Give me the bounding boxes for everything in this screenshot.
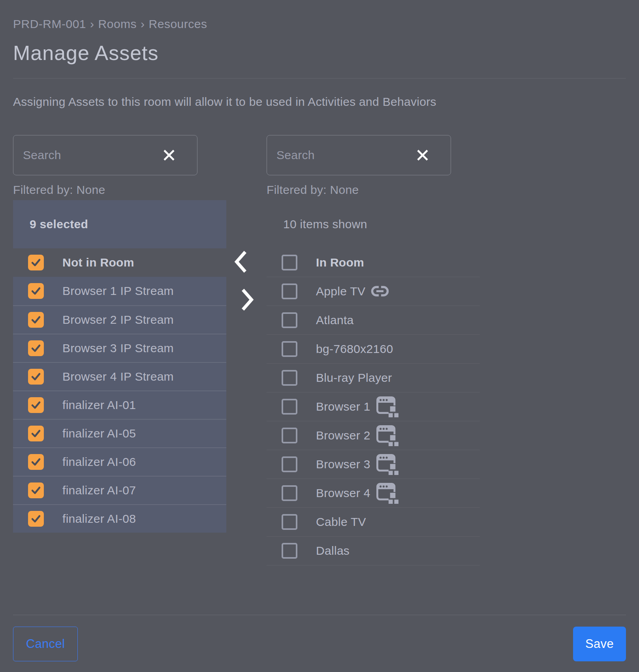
checkbox-checked[interactable]: [28, 426, 44, 441]
list-item[interactable]: Apple TV: [267, 277, 480, 306]
page-title: Manage Assets: [13, 41, 626, 65]
breadcrumb-separator: ›: [90, 17, 94, 30]
list-item[interactable]: bg-7680x2160: [267, 335, 480, 364]
list-item-label: Browser 4: [316, 486, 370, 500]
breadcrumb-separator: ›: [141, 17, 145, 30]
list-item[interactable]: Browser 3 IP Stream: [13, 334, 226, 362]
right-clear-search-button[interactable]: [415, 148, 430, 163]
right-search-input[interactable]: [267, 135, 470, 175]
page-subtitle: Assigning Assets to this room will allow…: [13, 95, 626, 109]
checkbox-unchecked[interactable]: [282, 399, 297, 415]
breadcrumb-item-resources[interactable]: Resources: [149, 17, 207, 30]
list-item[interactable]: Browser 2 IP Stream: [13, 305, 226, 334]
list-item[interactable]: Atlanta: [267, 306, 480, 335]
not-in-room-list: 9 selected Not in RoomBrowser 1 IP Strea…: [13, 200, 226, 533]
left-search-input[interactable]: [13, 135, 216, 175]
checkbox-checked[interactable]: [28, 454, 44, 470]
transfer-list-container: Filtered by: None 9 selected Not in Room…: [13, 135, 626, 565]
list-item-label: Browser 1 IP Stream: [62, 284, 174, 298]
not-in-room-panel: Filtered by: None 9 selected Not in Room…: [13, 135, 226, 533]
list-item-label: Browser 2 IP Stream: [62, 313, 174, 327]
list-item-label: Browser 3: [316, 458, 370, 471]
list-item-label: finalizer AI-01: [62, 398, 136, 412]
checkbox-unchecked[interactable]: [282, 428, 297, 443]
list-item-label: Browser 4 IP Stream: [62, 370, 174, 383]
move-right-button[interactable]: [241, 288, 254, 311]
checkbox-unchecked[interactable]: [282, 341, 297, 357]
list-item[interactable]: finalizer AI-01: [13, 390, 226, 419]
left-clear-search-button[interactable]: [162, 148, 177, 163]
list-item-label: Blu-ray Player: [316, 371, 392, 385]
not-in-room-rows: Not in RoomBrowser 1 IP StreamBrowser 2 …: [13, 248, 226, 533]
checkbox-checked[interactable]: [28, 340, 44, 356]
checkbox-checked[interactable]: [28, 369, 44, 385]
chevron-left-icon: [234, 268, 248, 274]
checkbox-checked[interactable]: [28, 397, 44, 413]
checkbox-checked[interactable]: [28, 312, 44, 328]
list-item[interactable]: Cable TV: [267, 508, 480, 537]
list-item[interactable]: Dallas: [267, 537, 480, 565]
footer-buttons: Cancel Save: [13, 627, 626, 661]
checkbox-checked[interactable]: [28, 283, 44, 299]
list-item[interactable]: Browser 3: [267, 450, 480, 479]
checkbox-unchecked[interactable]: [282, 312, 297, 328]
checkbox-checked[interactable]: [28, 482, 44, 498]
list-item[interactable]: finalizer AI-06: [13, 447, 226, 476]
left-filtered-by-label: Filtered by: None: [13, 183, 226, 197]
in-room-list: 10 items shown In RoomApple TVAtlantabg-…: [267, 200, 480, 565]
list-item-label: Not in Room: [62, 256, 134, 269]
breadcrumb-item-room-id[interactable]: PRD-RM-001: [13, 17, 86, 30]
move-left-button[interactable]: [234, 250, 248, 273]
list-item[interactable]: Browser 4: [267, 479, 480, 508]
list-item-label: finalizer AI-08: [62, 512, 136, 526]
list-item[interactable]: Browser 1 IP Stream: [13, 277, 226, 305]
right-filtered-by-label: Filtered by: None: [267, 183, 480, 197]
browser-window-icon: [376, 396, 399, 417]
list-item-label: finalizer AI-06: [62, 455, 136, 469]
footer: Cancel Save: [13, 615, 626, 661]
list-item[interactable]: finalizer AI-05: [13, 419, 226, 447]
checkbox-unchecked[interactable]: [282, 283, 297, 299]
list-item-label: Browser 2: [316, 429, 370, 442]
checkbox-unchecked[interactable]: [282, 370, 297, 386]
left-search-box: [13, 135, 197, 175]
in-room-panel: Filtered by: None 10 items shown In Room…: [267, 135, 480, 565]
selected-count-header: 9 selected: [13, 200, 226, 248]
breadcrumb: PRD-RM-001›Rooms›Resources: [13, 0, 626, 31]
list-item[interactable]: Browser 4 IP Stream: [13, 362, 226, 390]
list-item-label: Browser 3 IP Stream: [62, 342, 174, 355]
items-shown-header: 10 items shown: [267, 200, 480, 248]
checkbox-unchecked[interactable]: [282, 485, 297, 501]
list-item-label: finalizer AI-07: [62, 484, 136, 497]
checkbox-checked[interactable]: [28, 511, 44, 527]
list-item[interactable]: In Room: [267, 248, 480, 277]
cancel-button[interactable]: Cancel: [13, 627, 78, 661]
right-search-box: [267, 135, 451, 175]
browser-window-icon: [376, 425, 399, 446]
checkbox-unchecked[interactable]: [282, 514, 297, 530]
list-item[interactable]: Blu-ray Player: [267, 364, 480, 392]
list-item[interactable]: Not in Room: [13, 248, 226, 277]
list-item-label: Browser 1: [316, 400, 370, 413]
list-item[interactable]: Browser 2: [267, 421, 480, 450]
chevron-right-icon: [241, 306, 254, 312]
list-item[interactable]: Browser 1: [267, 392, 480, 421]
checkbox-unchecked[interactable]: [282, 255, 297, 270]
list-item-label: finalizer AI-05: [62, 427, 136, 440]
checkbox-unchecked[interactable]: [282, 456, 297, 472]
checkbox-unchecked[interactable]: [282, 543, 297, 559]
list-item-label: In Room: [316, 256, 364, 269]
breadcrumb-item-rooms[interactable]: Rooms: [98, 17, 137, 30]
list-item[interactable]: finalizer AI-08: [13, 504, 226, 533]
list-item-label: Dallas: [316, 544, 350, 557]
browser-window-icon: [376, 454, 399, 475]
in-room-rows: In RoomApple TVAtlantabg-7680x2160Blu-ra…: [267, 248, 480, 565]
list-item-label: bg-7680x2160: [316, 342, 393, 356]
list-item-label: Atlanta: [316, 313, 354, 327]
link-icon: [371, 285, 389, 297]
manage-assets-page: PRD-RM-001›Rooms›Resources Manage Assets…: [0, 0, 639, 672]
list-item[interactable]: finalizer AI-07: [13, 476, 226, 504]
close-icon: [415, 158, 430, 164]
checkbox-checked[interactable]: [28, 255, 44, 270]
save-button[interactable]: Save: [573, 627, 626, 661]
